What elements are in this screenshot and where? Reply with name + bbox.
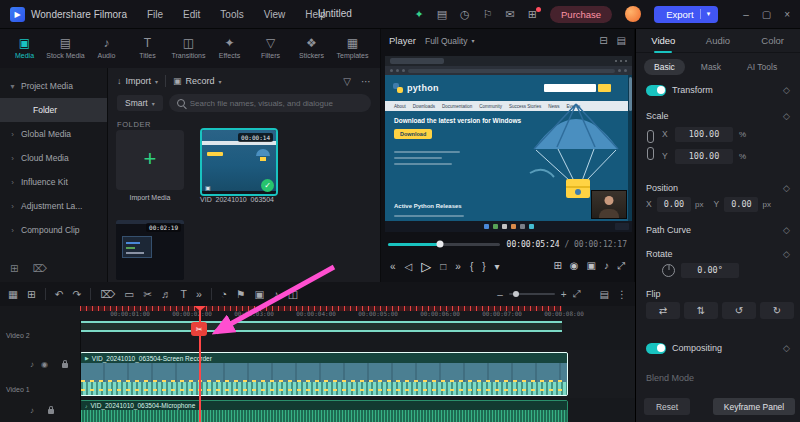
hide-icon[interactable]: ◉ xyxy=(41,360,48,369)
mute-button[interactable]: ♪ xyxy=(604,260,609,272)
rotate-ccw-button[interactable]: ↺ xyxy=(722,302,756,319)
media-tab[interactable]: ✦ Effects xyxy=(209,28,250,68)
purchase-button[interactable]: Purchase xyxy=(550,6,612,23)
lock-icon[interactable] xyxy=(62,363,68,368)
folder-item[interactable]: › Influence Kit xyxy=(0,170,107,194)
marker-button[interactable]: ⚑ xyxy=(236,289,245,300)
more-icon[interactable]: ⋮ xyxy=(617,289,627,300)
keyframe-diamond-icon[interactable]: ◇ xyxy=(783,225,790,235)
detach-audio-button[interactable]: ♬ xyxy=(161,289,172,300)
properties-tab[interactable]: Video xyxy=(636,35,691,46)
lock-icon[interactable] xyxy=(48,409,54,414)
crop-button[interactable]: ▭ xyxy=(124,289,134,300)
snapshot-button[interactable]: ◉ xyxy=(570,260,579,272)
add-text-button[interactable]: T xyxy=(180,289,186,300)
minimize-button[interactable]: – xyxy=(743,9,749,20)
zoom-in-button[interactable]: + xyxy=(561,289,567,300)
new-folder-icon[interactable]: ⊞ xyxy=(10,263,18,274)
video1-clip[interactable]: ▶ VID_20241010_063504-Screen Recorder xyxy=(80,352,568,396)
delete-button[interactable]: ⌦ xyxy=(100,289,115,300)
media-tab[interactable]: ❖ Stickers xyxy=(291,28,332,68)
video2-clip[interactable] xyxy=(80,321,562,332)
apps-icon[interactable]: ⊞ xyxy=(528,9,537,20)
split-view-icon[interactable]: ⊟ xyxy=(599,35,607,46)
scale-x-input[interactable]: 100.00 xyxy=(675,127,733,142)
redo-button[interactable]: ↷ xyxy=(73,289,82,300)
playback-slider[interactable] xyxy=(388,243,500,246)
properties-tab[interactable]: Audio xyxy=(691,35,746,46)
filter-icon[interactable]: ▽ xyxy=(343,76,351,87)
next-frame-button[interactable]: » xyxy=(455,261,461,272)
resources-icon[interactable]: ▤ xyxy=(437,9,447,20)
mute-icon[interactable]: ♪ xyxy=(30,360,34,369)
speed-button[interactable]: ◔ xyxy=(221,289,227,300)
import-button[interactable]: ↓ Import ▾ xyxy=(117,76,158,86)
keyframe-diamond-icon[interactable]: ◇ xyxy=(783,183,790,193)
gift-icon[interactable]: ✦ xyxy=(414,9,423,20)
mixer-button[interactable]: ◫ xyxy=(288,289,298,300)
media-tab[interactable]: ▤ Stock Media xyxy=(45,28,86,68)
stop-button[interactable]: □ xyxy=(440,261,446,272)
rotate-cw-button[interactable]: ↻ xyxy=(760,302,794,319)
menu-item[interactable]: View xyxy=(264,9,286,20)
media-thumbnail-selected[interactable]: 00:00:14 ▣ ✓ xyxy=(200,128,278,196)
folder-item[interactable]: › Compound Clip xyxy=(0,218,107,242)
audio-clip[interactable]: ♪ VID_20241010_063504-Microphone xyxy=(80,400,568,422)
media-thumbnail[interactable]: 00:02:19 xyxy=(116,220,184,280)
menu-item[interactable]: File xyxy=(147,9,163,20)
media-tab[interactable]: ▦ Templates xyxy=(332,28,373,68)
record-button[interactable]: ▣ xyxy=(587,260,596,272)
menu-item[interactable]: Edit xyxy=(183,9,200,20)
feedback-icon[interactable]: ⚐ xyxy=(483,9,493,20)
maximize-button[interactable]: ▢ xyxy=(762,9,771,20)
position-y-input[interactable]: 0.00 xyxy=(724,197,758,212)
properties-subtab[interactable]: Mask xyxy=(691,59,731,75)
play-button[interactable]: ▷ xyxy=(421,259,431,274)
media-tab[interactable]: T Titles xyxy=(127,28,168,68)
more-icon[interactable]: ⋯ xyxy=(361,76,371,87)
position-x-input[interactable]: 0.00 xyxy=(657,197,691,212)
keyframe-diamond-icon[interactable]: ◇ xyxy=(783,111,790,121)
fit-timeline-button[interactable]: ⤢ xyxy=(573,288,581,300)
keyframe-diamond-icon[interactable]: ◇ xyxy=(783,85,790,95)
properties-subtab[interactable]: AI Tools xyxy=(737,59,787,75)
search-input[interactable] xyxy=(190,99,363,108)
step-back-button[interactable]: ◁ xyxy=(405,261,413,272)
flip-vertical-button[interactable]: ⇅ xyxy=(684,302,718,319)
user-avatar[interactable] xyxy=(625,6,641,22)
mark-out-button[interactable]: } xyxy=(482,261,485,272)
delete-icon[interactable]: ⌦ xyxy=(32,263,46,274)
properties-tab[interactable]: Color xyxy=(745,35,800,46)
media-tab[interactable]: ♪ Audio xyxy=(86,28,127,68)
transform-toggle[interactable] xyxy=(646,85,666,96)
media-tab[interactable]: ▽ Filters xyxy=(250,28,291,68)
import-media-tile[interactable]: + xyxy=(116,130,184,190)
scale-y-input[interactable]: 100.00 xyxy=(675,149,733,164)
message-icon[interactable]: ✉ xyxy=(506,9,515,20)
timeline-settings-icon[interactable]: ▤ xyxy=(600,289,609,300)
more-tools-button[interactable]: » xyxy=(196,289,202,300)
voiceover-button[interactable]: ♪ xyxy=(273,289,278,300)
more-options-button[interactable]: ▾ xyxy=(495,261,500,272)
track-manage-icon[interactable]: ▦ xyxy=(8,289,18,300)
folder-item[interactable]: Folder xyxy=(0,98,107,122)
split-button[interactable]: ✂ xyxy=(143,289,152,300)
export-button[interactable]: Export ▾ xyxy=(654,6,718,23)
search-box[interactable] xyxy=(169,94,371,112)
rotate-dial[interactable] xyxy=(662,264,675,277)
split-marker-badge[interactable]: ✂ xyxy=(191,322,207,336)
folder-item[interactable]: › Adjustment La... xyxy=(0,194,107,218)
playback-knob[interactable] xyxy=(436,241,443,248)
scopes-icon[interactable]: ▤ xyxy=(617,35,626,46)
reset-button[interactable]: Reset xyxy=(644,398,690,415)
media-tab[interactable]: ◫ Transitions xyxy=(168,28,209,68)
history-icon[interactable]: ◷ xyxy=(460,9,470,20)
smart-filter-dropdown[interactable]: Smart ▾ xyxy=(117,95,163,111)
keyframe-diamond-icon[interactable]: ◇ xyxy=(783,343,790,353)
fullscreen-button[interactable]: ⤢ xyxy=(617,260,625,272)
folder-item[interactable]: ▾ Project Media xyxy=(0,74,107,98)
auto-ripple-icon[interactable]: ⊞ xyxy=(27,289,36,300)
undo-button[interactable]: ↶ xyxy=(55,289,64,300)
keyframe-diamond-icon[interactable]: ◇ xyxy=(783,249,790,259)
menu-item[interactable]: Tools xyxy=(220,9,243,20)
